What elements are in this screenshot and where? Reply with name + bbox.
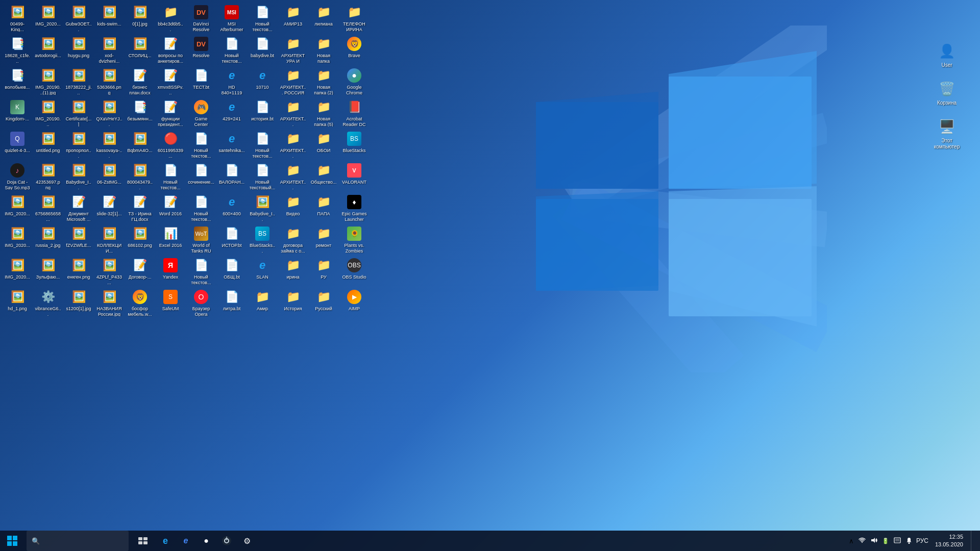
desktop-icon-i69[interactable]: 📄Новый текстовый... — [248, 161, 277, 191]
desktop-icon-i33[interactable]: e10710 — [248, 66, 277, 96]
desktop-icon-i5[interactable]: 🖼️0[1].jpg — [125, 3, 155, 33]
desktop-icon-i39[interactable]: 🖼️Certificate[...] — [64, 97, 93, 128]
desktop-icon-i82[interactable]: 📁Видео — [278, 192, 308, 223]
desktop-icon-i20[interactable]: 📄Новый текстов... — [217, 34, 247, 65]
desktop-icon-i12[interactable]: 📁ТЕЛЕФОН ИРИНА — [339, 3, 369, 33]
desktop-icon-i114[interactable]: SSafeUM — [156, 287, 185, 318]
desktop-icon-i43[interactable]: 🎮Game Center — [186, 97, 216, 128]
desktop-icon-i72[interactable]: VVALORANT — [339, 161, 369, 191]
desktop-icon-i6[interactable]: 📁bb4c3d6b5... — [156, 3, 185, 33]
desktop-icon-i78[interactable]: 📝Word 2016 — [156, 192, 185, 223]
desktop-icon-i57[interactable]: 📄Новый текстов... — [248, 129, 277, 160]
taskview-button[interactable] — [131, 531, 155, 551]
desktop-icon-i35[interactable]: 📁Новая папка (2) — [309, 66, 338, 96]
desktop-icon-i9[interactable]: 📄Новый текстов... — [248, 3, 277, 33]
desktop-icon-i45[interactable]: 📄история.bt — [248, 97, 277, 128]
desktop-icon-i95[interactable]: 📁ремонт — [309, 224, 338, 255]
desktop-icon-i98[interactable]: 🖼️Зульфаю... — [33, 256, 63, 286]
desktop-icon-i120[interactable]: ▶AIMP — [339, 287, 369, 318]
desktop-icon-i62[interactable]: 🖼️42353697.png — [33, 161, 63, 191]
desktop-icon-i105[interactable]: eSLAN — [248, 256, 277, 286]
desktop-icon-i10[interactable]: 📁АМИР13 — [278, 3, 308, 33]
desktop-icon-i15[interactable]: 🖼️huygu.png — [64, 34, 93, 65]
desktop-icon-i1[interactable]: 🖼️00499-King... — [3, 3, 32, 33]
desktop-icon-i41[interactable]: 📑безымянн... — [125, 97, 155, 128]
desktop-icon-i68[interactable]: 📄ВАЛОРАН... — [217, 161, 247, 191]
desktop-icon-i66[interactable]: 📄Новый текстов... — [156, 161, 185, 191]
desktop-icon-i18[interactable]: 📝вопросы по анкетиров... — [156, 34, 185, 65]
tray-expand[interactable]: ∧ — [848, 536, 855, 546]
show-desktop[interactable] — [971, 531, 975, 551]
desktop-icon-i67[interactable]: 📄сочинение... — [186, 161, 216, 191]
desktop-icon-i30[interactable]: 📝xmvx8SSPv... — [156, 66, 185, 96]
tray-keyboard[interactable] — [893, 536, 902, 545]
desktop-icon-i70[interactable]: 📁АРХИТЕКТ... СКУЛЬПТУ... — [278, 161, 308, 191]
desktop-icon-i77[interactable]: 📝ТЗ - Ирина ГЦ.docx — [125, 192, 155, 223]
desktop-icon-i65[interactable]: 🖼️800043479... — [125, 161, 155, 191]
desktop-icon-i99[interactable]: 🖼️енкген.png — [64, 256, 93, 286]
tray-battery[interactable]: 🔋 — [881, 537, 890, 545]
desktop-icon-i49[interactable]: Qquizlet-4-3... — [3, 129, 32, 160]
desktop-icon-i80[interactable]: e600×400 — [217, 192, 247, 223]
desktop-icon-i47[interactable]: 📁Новая папка (5) — [309, 97, 338, 128]
desktop-icon-i104[interactable]: 📄ОБЩ.bt — [217, 256, 247, 286]
tray-sound[interactable] — [869, 536, 878, 546]
desktop-icon-i79[interactable]: 📄Новый текстов... — [186, 192, 216, 223]
desktop-icon-i14[interactable]: 🖼️avtodorogii... — [33, 34, 63, 65]
desktop-icon-i118[interactable]: 📁История — [278, 287, 308, 318]
desktop-icon-i87[interactable]: 🖼️fZVZWfLE... — [64, 224, 93, 255]
desktop-icon-i85[interactable]: 🖼️IMG_2020... — [3, 224, 32, 255]
desktop-icon-i25[interactable]: 📑волобыев... — [3, 66, 32, 96]
desktop-icon-i31[interactable]: 📄ТЕСТ.bt — [186, 66, 216, 96]
desktop-icon-trash[interactable]: 🗑️ Корзина — [929, 79, 965, 106]
desktop-icon-i16[interactable]: 🖼️xod-dvizheni... — [94, 34, 124, 65]
desktop-icon-i24[interactable]: 🦁Brave — [339, 34, 369, 65]
desktop-icon-i51[interactable]: 🖼️пропорпол... — [64, 129, 93, 160]
desktop-icon-i119[interactable]: 📁Русский — [309, 287, 338, 318]
tray-notification[interactable] — [904, 536, 914, 546]
desktop-icon-i63[interactable]: 🖼️Babydive_I... — [64, 161, 93, 191]
desktop-icon-i83[interactable]: 📁ПАПА — [309, 192, 338, 223]
desktop-icon-i92[interactable]: 📄ИСТОР.bt — [217, 224, 247, 255]
desktop-icon-i113[interactable]: 🦁босфор мебель.w... — [125, 287, 155, 318]
desktop-icon-i50[interactable]: 🖼️untitled.png — [33, 129, 63, 160]
desktop-icon-i8[interactable]: MSIMSI Afterburner — [217, 3, 247, 33]
desktop-icon-i61[interactable]: ♪Doja Cat - Say So.mp3 — [3, 161, 32, 191]
desktop-icon-i46[interactable]: 📁АРХИТЕКТ... ВЛАДИМИР — [278, 97, 308, 128]
desktop-icon-i21[interactable]: 📄babydive.bt — [248, 34, 277, 65]
desktop-icon-i73[interactable]: 🖼️IMG_2020... — [3, 192, 32, 223]
desktop-icon-i54[interactable]: 🔴6011995339... — [156, 129, 185, 160]
desktop-icon-i89[interactable]: 🖼️686102.png — [125, 224, 155, 255]
start-button[interactable] — [0, 531, 24, 551]
desktop-icon-i112[interactable]: 🖼️НАЗВАНИЯ России.jpg — [94, 287, 124, 318]
desktop-icon-i11[interactable]: 📁лилиана — [309, 3, 338, 33]
desktop-icon-i91[interactable]: WoTWorld of Tanks RU — [186, 224, 216, 255]
desktop-icon-i52[interactable]: 🖼️kassovaya-... — [94, 129, 124, 160]
desktop-icon-i81[interactable]: 🖼️Babydive_I... — [248, 192, 277, 223]
desktop-icon-i37[interactable]: KKingdom-... — [3, 97, 32, 128]
desktop-icon-i116[interactable]: 📄литра.bt — [217, 287, 247, 318]
desktop-icon-i48[interactable]: 📕Acrobat Reader DC — [339, 97, 369, 128]
desktop-icon-i29[interactable]: 📝бизнес план.docx — [125, 66, 155, 96]
desktop-icon-i100[interactable]: 🖼️4ZPLf_P433... — [94, 256, 124, 286]
desktop-icon-i28[interactable]: 🖼️5363666.png — [94, 66, 124, 96]
desktop-icon-i4[interactable]: 🖼️kids-swim... — [94, 3, 124, 33]
desktop-icon-i103[interactable]: 📄Новый текстов... — [186, 256, 216, 286]
desktop-icon-i115[interactable]: OБраузер Opera — [186, 287, 216, 318]
desktop-icon-i23[interactable]: 📁Новая папка — [309, 34, 338, 65]
desktop-icon-i32[interactable]: eHD 840×1119 — [217, 66, 247, 96]
desktop-icon-i96[interactable]: 🌻Plants vs. Zombies — [339, 224, 369, 255]
desktop-icon-i94[interactable]: 📁договора займа с о... — [278, 224, 308, 255]
steam-taskbar[interactable] — [216, 531, 237, 551]
desktop-icon-i76[interactable]: 📝slide-32[1]... — [94, 192, 124, 223]
chrome-taskbar[interactable]: ● — [196, 531, 216, 551]
desktop-icon-i117[interactable]: 📁Амир — [248, 287, 277, 318]
desktop-icon-i55[interactable]: 📄Новый текстов... — [186, 129, 216, 160]
desktop-icon-i40[interactable]: 🖼️QXaVHeYJ... — [94, 97, 124, 128]
edge-taskbar[interactable]: e — [176, 531, 196, 551]
desktop-icon-i97[interactable]: 🖼️IMG_2020... — [3, 256, 32, 286]
desktop-icon-i44[interactable]: e429×241 — [217, 97, 247, 128]
desktop-icon-i58[interactable]: 📁АРХИТЕКТ... НОВГОРОД — [278, 129, 308, 160]
desktop-icon-i38[interactable]: 🖼️IMG_20190... — [33, 97, 63, 128]
desktop-icon-i7[interactable]: DVDaVinci Resolve Pro... — [186, 3, 216, 33]
